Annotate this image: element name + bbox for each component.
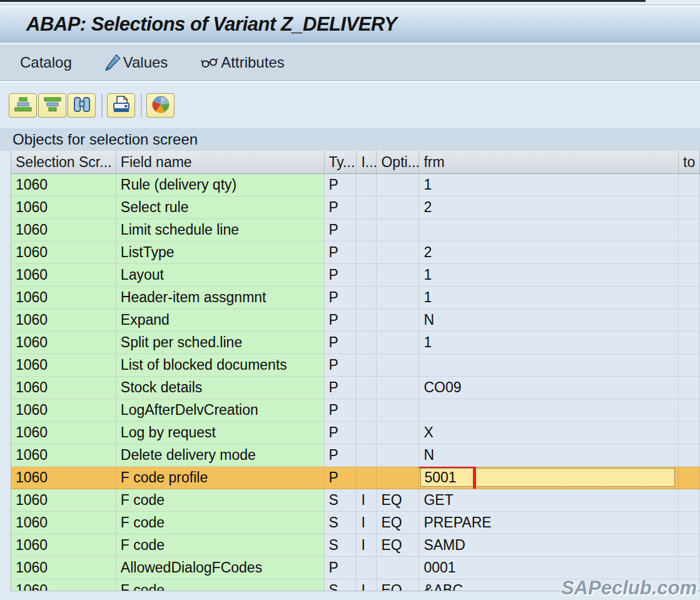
cell-sel-screen[interactable]: 1060 (11, 332, 116, 354)
table-row[interactable]: 1060F codeSIEQPREPARE (11, 512, 700, 534)
cell-field-name[interactable]: Layout (116, 264, 325, 287)
cell-field-name[interactable]: F code (116, 489, 325, 512)
cell-type[interactable]: P (325, 309, 357, 332)
cell-sel-screen[interactable]: 1060 (11, 399, 116, 422)
cell-option[interactable] (377, 309, 419, 332)
cell-sel-screen[interactable]: 1060 (11, 422, 116, 444)
cell-field-name[interactable]: F code profile (116, 467, 325, 489)
cell-to[interactable] (679, 534, 700, 557)
cell-option[interactable] (377, 196, 419, 219)
cell-ie[interactable] (357, 196, 377, 219)
cell-ie[interactable] (357, 332, 377, 354)
cell-to[interactable] (679, 332, 700, 354)
cell-to[interactable] (679, 512, 700, 534)
cell-sel-screen[interactable]: 1060 (11, 534, 116, 557)
cell-option[interactable] (377, 219, 419, 242)
cell-ie[interactable] (357, 377, 377, 399)
cell-type[interactable]: P (325, 332, 357, 354)
cell-ie[interactable] (357, 354, 377, 377)
cell-type[interactable]: P (325, 174, 357, 196)
cell-to[interactable] (679, 399, 700, 422)
cell-frm[interactable]: 2 (419, 196, 679, 219)
column-header-type[interactable]: Ty... (325, 151, 357, 173)
cell-option[interactable] (377, 467, 419, 489)
cell-sel-screen[interactable]: 1060 (11, 287, 116, 309)
cell-sel-screen[interactable]: 1060 (11, 196, 116, 219)
cell-option[interactable] (377, 174, 419, 196)
cell-frm[interactable]: N (419, 444, 679, 467)
cell-type[interactable]: P (325, 467, 357, 489)
cell-frm[interactable]: X (419, 422, 679, 444)
cell-option[interactable]: EQ (377, 512, 419, 534)
table-row[interactable]: 1060F codeSIEQSAMD (11, 534, 700, 557)
cell-option[interactable] (377, 332, 419, 354)
cell-type[interactable]: P (325, 377, 357, 399)
cell-frm[interactable]: CO09 (419, 377, 679, 399)
cell-sel-screen[interactable]: 1060 (11, 309, 116, 332)
table-row[interactable]: 1060ListTypeP2 (11, 242, 700, 264)
cell-sel-screen[interactable]: 1060 (11, 444, 116, 467)
cell-option[interactable] (377, 444, 419, 467)
cell-to[interactable] (679, 467, 700, 489)
cell-type[interactable]: P (325, 264, 357, 287)
cell-type[interactable]: S (325, 579, 357, 591)
table-row[interactable]: 1060Stock detailsPCO09 (11, 377, 700, 399)
cell-sel-screen[interactable]: 1060 (11, 377, 116, 399)
cell-ie[interactable] (357, 174, 377, 196)
cell-to[interactable] (679, 354, 700, 377)
cell-frm[interactable] (419, 219, 679, 242)
table-row[interactable]: 1060LogAfterDelvCreationP (11, 399, 700, 422)
cell-sel-screen[interactable]: 1060 (11, 557, 116, 579)
cell-to[interactable] (679, 264, 700, 287)
table-row[interactable]: 1060AllowedDialogFCodesP0001 (11, 557, 700, 579)
cell-frm[interactable]: 1 (419, 264, 679, 287)
table-row[interactable]: 1060Rule (delivery qty)P1 (11, 174, 700, 196)
cell-field-name[interactable]: Expand (116, 309, 325, 332)
cell-frm[interactable]: 1 (419, 174, 679, 196)
column-header-ie[interactable]: I... (357, 151, 377, 173)
table-row[interactable]: 1060F code profileP5001 (11, 467, 700, 489)
cell-ie[interactable]: I (357, 534, 377, 557)
cell-sel-screen[interactable]: 1060 (11, 467, 116, 489)
cell-to[interactable] (679, 174, 700, 196)
frm-value-input[interactable]: 5001 (420, 468, 675, 487)
table-row[interactable]: 1060List of blocked documentsP (11, 354, 700, 377)
attributes-button[interactable]: Attributes (195, 50, 289, 75)
cell-option[interactable] (377, 264, 419, 287)
cell-field-name[interactable]: List of blocked documents (116, 354, 325, 377)
table-row[interactable]: 1060Limit schedule lineP (11, 219, 700, 242)
table-row[interactable]: 1060Select ruleP2 (11, 196, 700, 219)
cell-frm[interactable]: 2 (419, 242, 679, 264)
cell-type[interactable]: P (325, 287, 357, 309)
cell-to[interactable] (679, 557, 700, 579)
cell-type[interactable]: P (325, 196, 357, 219)
cell-option[interactable] (377, 287, 419, 309)
cell-type[interactable]: P (325, 354, 357, 377)
cell-option[interactable] (377, 422, 419, 444)
cell-sel-screen[interactable]: 1060 (11, 579, 116, 591)
cell-type[interactable]: P (325, 557, 357, 579)
cell-ie[interactable] (357, 422, 377, 444)
find-button[interactable] (68, 93, 96, 118)
table-row[interactable]: 1060Log by requestPX (11, 422, 700, 444)
cell-ie[interactable] (357, 467, 377, 489)
cell-to[interactable] (679, 377, 700, 399)
cell-to[interactable] (679, 489, 700, 512)
cell-option[interactable] (377, 242, 419, 264)
cell-field-name[interactable]: Delete delivery mode (116, 444, 325, 467)
cell-field-name[interactable]: ListType (116, 242, 325, 264)
cell-ie[interactable] (357, 399, 377, 422)
cell-type[interactable]: P (325, 444, 357, 467)
cell-type[interactable]: P (325, 219, 357, 242)
cell-ie[interactable]: I (357, 512, 377, 534)
cell-sel-screen[interactable]: 1060 (11, 512, 116, 534)
cell-field-name[interactable]: Stock details (116, 377, 325, 399)
cell-field-name[interactable]: Header-item assgnmnt (116, 287, 325, 309)
cell-sel-screen[interactable]: 1060 (11, 242, 116, 264)
cell-to[interactable] (679, 196, 700, 219)
cell-ie[interactable] (357, 264, 377, 287)
table-row[interactable]: 1060F codeSIEQGET (11, 489, 700, 512)
cell-field-name[interactable]: Limit schedule line (116, 219, 325, 242)
table-row[interactable]: 1060Split per sched.lineP1 (11, 332, 700, 354)
cell-ie[interactable] (357, 557, 377, 579)
